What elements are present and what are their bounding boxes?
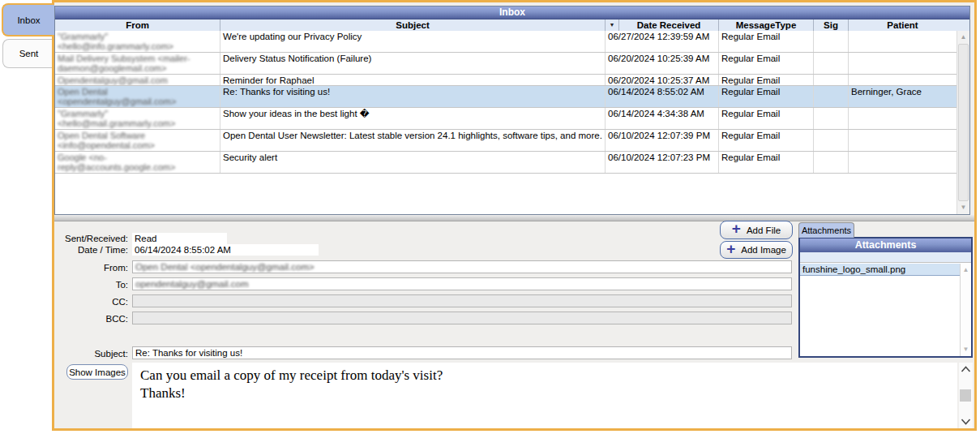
column-header-patient[interactable]: Patient bbox=[849, 19, 956, 31]
cell-subject: Delivery Status Notification (Failure) bbox=[220, 53, 606, 74]
message-body[interactable]: Can you email a copy of my receipt from … bbox=[132, 363, 957, 428]
cell-sig bbox=[814, 53, 849, 74]
cell-sig bbox=[814, 152, 849, 173]
cell-date-received: 06/10/2024 12:07:23 PM bbox=[606, 152, 719, 173]
datetime-label: Date / Time: bbox=[54, 245, 128, 255]
column-header-date-received[interactable]: ▼ Date Received bbox=[606, 19, 719, 31]
cell-from: "Grammarly"<hello@info.grammarly.com> bbox=[55, 31, 220, 52]
datetime-field[interactable]: 06/14/2024 8:55:02 AM bbox=[132, 244, 319, 256]
attachments-scrollbar[interactable]: ▲ ▼ bbox=[960, 264, 971, 356]
inbox-scrollbar[interactable]: ▲ ▼ bbox=[956, 31, 969, 214]
tab-attachments[interactable]: Attachments bbox=[798, 222, 854, 238]
tab-inbox-label: Inbox bbox=[17, 15, 40, 25]
cell-sig bbox=[814, 130, 849, 151]
show-images-label: Show Images bbox=[69, 367, 126, 377]
cell-messagetype: Regular Email bbox=[719, 130, 814, 151]
tab-attachments-label: Attachments bbox=[802, 226, 851, 235]
inbox-rows: "Grammarly"<hello@info.grammarly.com>We'… bbox=[55, 31, 956, 214]
chevron-down-icon[interactable] bbox=[961, 419, 971, 425]
to-field[interactable]: opendentalguy@gmail.com bbox=[132, 277, 792, 290]
body-scrollbar-thumb[interactable] bbox=[960, 389, 971, 402]
redacted-sender-text: Opendentalguy@gmail.com bbox=[58, 75, 220, 85]
cell-subject: Open Dental User Newsletter: Latest stab… bbox=[220, 130, 606, 151]
cell-subject: Security alert bbox=[220, 152, 606, 173]
attachments-panel: Attachments funshine_logo_small.png ▲ ▼ bbox=[798, 237, 973, 358]
sort-descending-icon[interactable]: ▼ bbox=[606, 19, 619, 31]
to-label: To: bbox=[54, 280, 128, 290]
cell-date-received: 06/20/2024 10:25:37 AM bbox=[606, 75, 719, 85]
column-header-messagetype[interactable]: MessageType bbox=[719, 19, 814, 31]
cell-messagetype: Regular Email bbox=[719, 31, 814, 52]
message-body-scrollbar[interactable] bbox=[959, 363, 973, 428]
from-label: From: bbox=[54, 263, 128, 273]
inbox-row[interactable]: Google <no-reply@accounts.google.com>Sec… bbox=[55, 152, 956, 174]
inbox-row[interactable]: "Grammarly"<hello@info.grammarly.com>We'… bbox=[55, 31, 956, 53]
email-inbox-window: Inbox Sent Inbox From Subject ▼ Date Rec… bbox=[0, 0, 980, 434]
scroll-up-icon[interactable]: ▲ bbox=[961, 265, 971, 275]
cell-date-received: 06/14/2024 8:55:02 AM bbox=[606, 86, 719, 107]
inbox-row[interactable]: Opendentalguy@gmail.comReminder for Raph… bbox=[55, 75, 956, 86]
from-value: Open Dental <opendentalguy@gmail.com> bbox=[135, 262, 315, 272]
cell-messagetype: Regular Email bbox=[719, 86, 814, 107]
subject-field[interactable]: Re: Thanks for visiting us! bbox=[132, 346, 792, 359]
column-header-sig[interactable]: Sig bbox=[814, 19, 849, 31]
bcc-label: BCC: bbox=[54, 314, 128, 324]
cell-from: Open Dental<opendentalguy@gmail.com> bbox=[55, 86, 220, 107]
chevron-up-icon[interactable] bbox=[961, 366, 971, 372]
main-panel: Inbox From Subject ▼ Date Received Messa… bbox=[52, 0, 977, 431]
inbox-grid-header: From Subject ▼ Date Received MessageType… bbox=[55, 19, 969, 32]
redacted-sender-text: <hello@info.grammarly.com> bbox=[58, 41, 220, 51]
cell-messagetype: Regular Email bbox=[719, 53, 814, 74]
cell-messagetype: Regular Email bbox=[719, 152, 814, 173]
attachments-panel-title: Attachments bbox=[800, 238, 971, 252]
sent-received-label: Sent/Received: bbox=[54, 234, 128, 243]
cell-patient bbox=[849, 108, 956, 129]
show-images-button[interactable]: Show Images bbox=[66, 364, 128, 380]
scrollbar-thumb[interactable] bbox=[958, 44, 969, 201]
column-header-date-received-label: Date Received bbox=[619, 19, 718, 31]
cc-field[interactable] bbox=[132, 294, 792, 307]
cell-subject: We're updating our Privacy Policy bbox=[220, 31, 606, 52]
bcc-field[interactable] bbox=[132, 312, 792, 324]
add-file-button[interactable]: + Add File bbox=[720, 221, 793, 239]
scroll-down-icon[interactable]: ▼ bbox=[961, 345, 971, 355]
scroll-up-icon[interactable]: ▲ bbox=[957, 32, 969, 43]
cell-date-received: 06/27/2024 12:39:59 AM bbox=[606, 31, 719, 52]
from-field[interactable]: Open Dental <opendentalguy@gmail.com> bbox=[132, 260, 792, 273]
cell-from: Mail Delivery Subsystem <mailer-daemon@g… bbox=[55, 53, 220, 74]
redacted-sender-text: "Grammarly" bbox=[58, 109, 220, 118]
inbox-row[interactable]: Open Dental Software<info@opendental.com… bbox=[55, 130, 956, 152]
inbox-row[interactable]: Open Dental<opendentalguy@gmail.com>Re: … bbox=[55, 86, 956, 108]
cell-subject: Reminder for Raphael bbox=[220, 75, 606, 85]
tab-sent-label: Sent bbox=[19, 49, 39, 58]
cell-sig bbox=[814, 31, 849, 52]
inbox-row[interactable]: Mail Delivery Subsystem <mailer-daemon@g… bbox=[55, 53, 956, 75]
add-image-button[interactable]: + Add Image bbox=[720, 241, 793, 259]
attachment-item[interactable]: funshine_logo_small.png bbox=[800, 264, 960, 276]
cell-patient: Berninger, Grace bbox=[849, 86, 956, 107]
to-value: opendentalguy@gmail.com bbox=[135, 279, 249, 289]
cell-date-received: 06/14/2024 4:34:38 AM bbox=[606, 108, 719, 129]
cell-patient bbox=[849, 152, 956, 173]
sent-received-field[interactable]: Read bbox=[132, 233, 227, 244]
column-header-subject[interactable]: Subject bbox=[220, 19, 606, 31]
cell-from: "Grammarly"<hello@mail.grammarly.com> bbox=[55, 108, 220, 129]
redacted-sender-text: daemon@googlemail.com> bbox=[58, 63, 220, 73]
tab-sent[interactable]: Sent bbox=[2, 39, 54, 68]
inbox-row[interactable]: "Grammarly"<hello@mail.grammarly.com>Sho… bbox=[55, 108, 956, 130]
horizontal-splitter[interactable] bbox=[54, 215, 974, 221]
scroll-down-icon[interactable]: ▼ bbox=[957, 202, 969, 213]
cell-from: Opendentalguy@gmail.com bbox=[55, 75, 220, 85]
cell-patient bbox=[849, 53, 956, 74]
cell-subject: Show your ideas in the best light � bbox=[220, 108, 606, 129]
cell-sig bbox=[814, 86, 849, 107]
column-header-from[interactable]: From bbox=[55, 19, 220, 31]
redacted-sender-text: <opendentalguy@gmail.com> bbox=[58, 97, 220, 106]
inbox-grid-title: Inbox bbox=[55, 6, 969, 19]
redacted-sender-text: "Grammarly" bbox=[58, 32, 220, 41]
subject-label: Subject: bbox=[54, 349, 128, 359]
redacted-sender-text: Google <no- bbox=[58, 153, 220, 162]
tab-inbox[interactable]: Inbox bbox=[2, 3, 54, 37]
cell-patient bbox=[849, 75, 956, 85]
message-body-line: Can you email a copy of my receipt from … bbox=[140, 367, 957, 385]
